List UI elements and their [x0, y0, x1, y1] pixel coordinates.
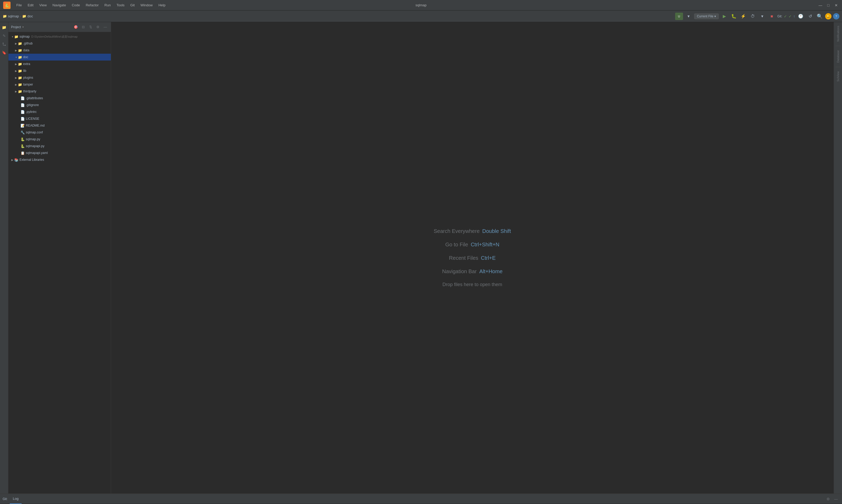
- git-check-icon[interactable]: ✓: [784, 14, 787, 18]
- right-strip-notifications[interactable]: Notifications: [837, 24, 840, 44]
- help-button[interactable]: ?: [833, 13, 839, 19]
- breadcrumb-root[interactable]: sqlmap: [8, 14, 19, 18]
- menu-run[interactable]: Run: [102, 2, 113, 8]
- tree-external-libraries[interactable]: ▶ 📚 External Libraries: [8, 156, 111, 163]
- git-revert-button[interactable]: ↺: [806, 13, 814, 20]
- git-log-panel: Git: Log ⚙ — + ↓ ↑ ⤷ ≠ ⬇ ⋮: [0, 493, 842, 504]
- git-minimize-btn[interactable]: —: [832, 496, 839, 502]
- menu-help[interactable]: Help: [156, 2, 168, 8]
- stop-button[interactable]: ■: [768, 13, 776, 20]
- more-run-button[interactable]: ▾: [758, 13, 766, 20]
- tree-license-label: LICENSE: [26, 117, 39, 121]
- project-panel-collapse-btn[interactable]: ⊟: [80, 24, 86, 30]
- menu-window[interactable]: Window: [138, 2, 155, 8]
- app-logo: 🐍: [3, 2, 11, 9]
- sidebar-strip-pullrequests[interactable]: [1, 40, 8, 48]
- hint-navbar-key: Alt+Home: [479, 268, 502, 274]
- project-panel-locate-btn[interactable]: 🎯: [73, 24, 79, 30]
- tree-sqlmap-conf[interactable]: 🔧 sqlmap.conf: [8, 129, 111, 136]
- tree-gitignore[interactable]: 📄 .gitignore: [8, 102, 111, 108]
- tree-sqlmapapi-yaml-label: sqlmapapi.yaml: [26, 151, 48, 155]
- run-button[interactable]: ▶: [720, 13, 728, 20]
- breadcrumb-doc[interactable]: doc: [28, 14, 33, 18]
- project-panel: Project ▾ 🎯 ⊟ ⇅ ⚙ — ▾ 📁 sqlmap D:\System…: [8, 22, 111, 493]
- profile-run-button[interactable]: ⏱: [749, 13, 757, 20]
- tree-github[interactable]: ▶ 📁 .github: [8, 40, 111, 47]
- tree-thirdparty-label: thirdparty: [23, 89, 36, 93]
- tree-plugins[interactable]: ▶ 📁 plugins: [8, 74, 111, 81]
- run-config-selector[interactable]: Current File ▾: [694, 14, 719, 19]
- git-check3-icon[interactable]: ↑: [793, 14, 795, 18]
- hint-drop-label: Drop files here to open them: [443, 282, 502, 287]
- tree-lib[interactable]: ▶ 📁 lib: [8, 67, 111, 74]
- tree-sqlmapapi-yaml[interactable]: 📋 sqlmapapi.yaml: [8, 149, 111, 156]
- right-strip-divider1: [836, 46, 841, 46]
- hint-goto: Go to File Ctrl+Shift+N: [445, 241, 500, 248]
- hint-recent-label: Recent Files: [449, 255, 478, 261]
- search-everywhere-button[interactable]: 🔍: [816, 13, 824, 20]
- right-strip-sciview[interactable]: SciView: [837, 69, 840, 84]
- project-panel-title: Project: [11, 25, 21, 29]
- git-settings-btn[interactable]: ⚙: [825, 496, 831, 502]
- tree-github-label: .github: [23, 41, 33, 45]
- notification-button[interactable]: 🔔: [825, 13, 831, 19]
- menu-edit[interactable]: Edit: [25, 2, 36, 8]
- window-title: sqlmap: [416, 3, 427, 7]
- tree-tamper[interactable]: ▶ 📁 tamper: [8, 81, 111, 88]
- debug-button[interactable]: 🐛: [730, 13, 738, 20]
- tree-license[interactable]: 📄 LICENSE: [8, 115, 111, 122]
- tree-data[interactable]: ▶ 📁 data: [8, 47, 111, 54]
- tree-sqlmap-py[interactable]: 🐍 sqlmap.py: [8, 136, 111, 143]
- tree-readme[interactable]: 📝 README.md: [8, 122, 111, 129]
- tree-pylintrc[interactable]: 📄 .pylintrc: [8, 108, 111, 115]
- git-label: Git:: [777, 15, 782, 18]
- right-strip-database[interactable]: Database: [837, 48, 840, 65]
- git-log-tab-bar: Git: Log ⚙ —: [0, 494, 842, 504]
- menu-file[interactable]: File: [14, 2, 24, 8]
- window-controls: — □ ✕: [818, 3, 839, 8]
- menu-navigate[interactable]: Navigate: [50, 2, 68, 8]
- hint-drop: Drop files here to open them: [443, 282, 502, 287]
- project-panel-settings-btn[interactable]: ⚙: [95, 24, 101, 30]
- file-tree: ▾ 📁 sqlmap D:\SystemDefault\Mine\桌面\sqlm…: [8, 32, 111, 493]
- main-layout: 📁 ✎ 🔖 Project ▾ 🎯 ⊟ ⇅ ⚙ — ▾ 📁 sqlmap D:\…: [0, 22, 842, 493]
- tree-readme-label: README.md: [26, 124, 44, 127]
- hint-goto-label: Go to File: [445, 241, 468, 248]
- tree-thirdparty[interactable]: ▶ 📁 thirdparty: [8, 88, 111, 95]
- git-log-tab[interactable]: Log: [10, 494, 22, 504]
- coverage-button[interactable]: ⚡: [739, 13, 747, 20]
- project-panel-scroll-btn[interactable]: ⇅: [88, 24, 93, 30]
- tree-gitattributes[interactable]: 📄 .gitattributes: [8, 95, 111, 102]
- menu-git[interactable]: Git: [128, 2, 138, 8]
- git-tab-label: Git:: [3, 497, 7, 501]
- menu-view[interactable]: View: [37, 2, 49, 8]
- close-button[interactable]: ✕: [834, 3, 839, 8]
- menu-code[interactable]: Code: [69, 2, 83, 8]
- bottom-section: Git: Log ⚙ — + ↓ ↑ ⤷ ≠ ⬇ ⋮: [0, 493, 842, 504]
- svg-point-0: [3, 43, 4, 44]
- tree-root-path: D:\SystemDefault\Mine\桌面\sqlmap: [31, 35, 78, 39]
- hint-search-label: Search Everywhere: [434, 228, 480, 234]
- sidebar-strip-commit[interactable]: ✎: [1, 32, 8, 39]
- tree-plugins-label: plugins: [23, 76, 33, 79]
- menu-tools[interactable]: Tools: [114, 2, 127, 8]
- minimize-button[interactable]: —: [818, 3, 823, 8]
- tree-gitignore-label: .gitignore: [26, 103, 39, 107]
- git-history-button[interactable]: 🕐: [797, 13, 805, 20]
- tree-extra[interactable]: ▶ 📁 extra: [8, 60, 111, 67]
- tree-sqlmap-conf-label: sqlmap.conf: [26, 130, 43, 134]
- sidebar-strip-bookmark[interactable]: 🔖: [1, 49, 8, 56]
- git-check2-icon[interactable]: ✓: [789, 14, 792, 18]
- profile-dropdown-button[interactable]: ▾: [685, 13, 693, 20]
- maximize-button[interactable]: □: [826, 3, 831, 8]
- tree-sqlmapapi-py[interactable]: 🐍 sqlmapapi.py: [8, 143, 111, 149]
- project-panel-minimize-btn[interactable]: —: [102, 24, 108, 30]
- sidebar-strip-project[interactable]: 📁: [1, 24, 8, 31]
- tree-doc[interactable]: ▾ 📁 doc: [8, 54, 111, 60]
- menu-refactor[interactable]: Refactor: [83, 2, 101, 8]
- tree-ext-libs-label: External Libraries: [19, 158, 44, 162]
- left-sidebar-strip: 📁 ✎ 🔖: [0, 22, 8, 493]
- profile-button[interactable]: U: [675, 13, 683, 20]
- tree-root[interactable]: ▾ 📁 sqlmap D:\SystemDefault\Mine\桌面\sqlm…: [8, 33, 111, 40]
- hint-recent-key: Ctrl+E: [481, 255, 496, 261]
